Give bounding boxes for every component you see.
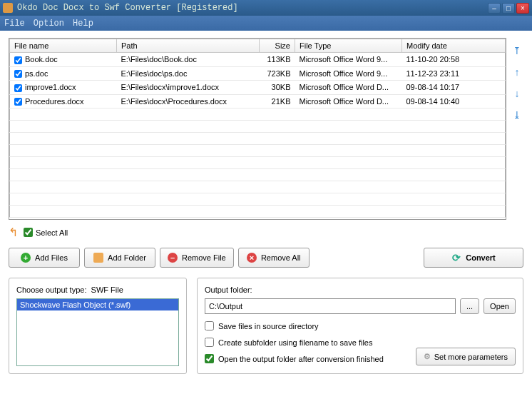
- up-folder-icon[interactable]: ↰: [9, 226, 18, 239]
- create-subfolder-checkbox[interactable]: [205, 338, 214, 347]
- row-checkbox[interactable]: [14, 84, 22, 92]
- create-subfolder-label: Create subfolder using filename to save …: [218, 338, 372, 347]
- remove-file-button[interactable]: –Remove File: [160, 248, 234, 268]
- maximize-button[interactable]: □: [502, 3, 515, 14]
- move-top-icon[interactable]: ⤒: [511, 45, 523, 56]
- remove-all-button[interactable]: ×Remove All: [238, 248, 310, 268]
- table-row: [10, 108, 506, 121]
- convert-icon: ⟳: [451, 253, 461, 263]
- output-folder-group: Output folder: ... Open Save files in so…: [197, 278, 523, 374]
- open-after-label: Open the output folder after conversion …: [218, 355, 384, 363]
- convert-button[interactable]: ⟳Convert: [424, 248, 523, 268]
- save-source-checkbox[interactable]: [205, 321, 214, 330]
- move-bottom-icon[interactable]: ⤓: [511, 109, 523, 121]
- minimize-button[interactable]: –: [488, 3, 501, 14]
- col-filetype[interactable]: File Type: [295, 39, 402, 53]
- col-path[interactable]: Path: [117, 39, 260, 53]
- save-source-label: Save files in source directory: [218, 322, 319, 330]
- app-icon: [3, 3, 13, 13]
- add-files-button[interactable]: +Add Files: [9, 248, 80, 268]
- choose-output-type-label: Choose output type:: [16, 286, 86, 294]
- col-filename[interactable]: File name: [10, 39, 117, 53]
- window-title: Okdo Doc Docx to Swf Converter [Register…: [17, 3, 488, 13]
- folder-icon: [93, 253, 103, 263]
- table-row: [10, 133, 506, 145]
- row-checkbox[interactable]: [14, 98, 22, 106]
- file-list[interactable]: File name Path Size File Type Modify dat…: [9, 38, 506, 220]
- table-row: [10, 157, 506, 169]
- menu-help[interactable]: Help: [73, 19, 93, 29]
- open-folder-button[interactable]: Open: [484, 298, 516, 314]
- row-checkbox[interactable]: [14, 70, 22, 78]
- x-icon: ×: [247, 253, 257, 263]
- col-size[interactable]: Size: [260, 39, 295, 53]
- gear-icon: ⚙: [424, 352, 431, 361]
- menu-option[interactable]: Option: [34, 19, 64, 29]
- table-row: [10, 181, 506, 193]
- minus-icon: –: [168, 253, 178, 263]
- move-down-icon[interactable]: ↓: [511, 88, 523, 99]
- move-up-icon[interactable]: ↑: [511, 66, 523, 78]
- table-row[interactable]: Procedures.docxE:\Files\docx\Procedures.…: [10, 94, 506, 108]
- output-type-group: Choose output type: SWF File Shockwave F…: [9, 278, 187, 374]
- open-after-checkbox[interactable]: [205, 354, 214, 363]
- titlebar: Okdo Doc Docx to Swf Converter [Register…: [0, 0, 532, 16]
- output-folder-label: Output folder:: [205, 286, 516, 294]
- table-row: [10, 193, 506, 206]
- select-all-checkbox[interactable]: Select All: [24, 228, 68, 237]
- select-all-label: Select All: [36, 228, 68, 237]
- output-type-value: SWF File: [91, 286, 123, 294]
- table-row: [10, 145, 506, 157]
- plus-icon: +: [21, 253, 31, 263]
- table-row: [10, 121, 506, 133]
- table-row[interactable]: Book.docE:\Files\doc\Book.doc113KBMicros…: [10, 53, 506, 67]
- output-type-list[interactable]: Shockwave Flash Object (*.swf): [16, 298, 179, 366]
- add-folder-button[interactable]: Add Folder: [84, 248, 155, 268]
- output-type-option[interactable]: Shockwave Flash Object (*.swf): [17, 299, 178, 310]
- table-row[interactable]: ps.docE:\Files\doc\ps.doc723KBMicrosoft …: [10, 66, 506, 81]
- table-row: [10, 169, 506, 181]
- close-button[interactable]: ×: [516, 3, 529, 14]
- set-more-parameters-button[interactable]: ⚙Set more parameters: [416, 348, 516, 365]
- col-modifydate[interactable]: Modify date: [402, 39, 506, 53]
- table-row: [10, 206, 506, 218]
- table-row[interactable]: improve1.docxE:\Files\docx\improve1.docx…: [10, 81, 506, 95]
- menubar: File Option Help: [0, 16, 532, 31]
- menu-file[interactable]: File: [4, 19, 25, 29]
- output-folder-input[interactable]: [205, 298, 456, 314]
- browse-button[interactable]: ...: [460, 298, 479, 314]
- row-checkbox[interactable]: [14, 56, 22, 64]
